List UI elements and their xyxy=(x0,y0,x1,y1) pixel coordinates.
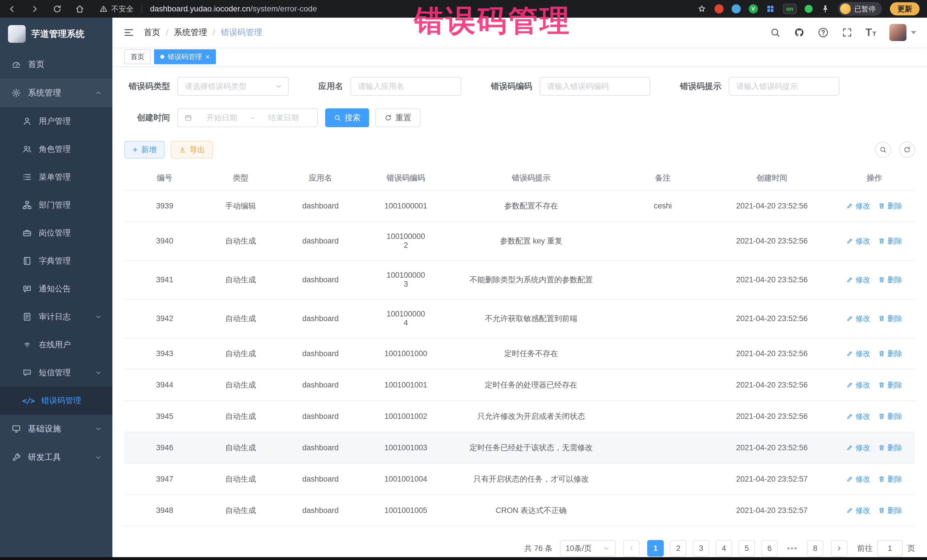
delete-link[interactable]: 删除 xyxy=(878,474,902,484)
create-time-range-picker[interactable]: 开始日期 - 结束日期 xyxy=(178,108,318,127)
sidebar-item-roles[interactable]: 角色管理 xyxy=(0,135,112,163)
edit-link[interactable]: 修改 xyxy=(846,443,870,453)
sidebar-item-notices[interactable]: 通知公告 xyxy=(0,275,112,303)
edit-link[interactable]: 修改 xyxy=(846,275,870,285)
pager-page-3[interactable]: 3 xyxy=(693,540,710,557)
sidebar-item-dev-tools[interactable]: 研发工具 xyxy=(0,443,112,472)
table-row: 3948 自动生成 dashboard 1001001005 CRON 表达式不… xyxy=(125,495,915,527)
address-bar[interactable]: dashboard.yudao.iocoder.cn/system/error-… xyxy=(150,4,317,14)
delete-link[interactable]: 删除 xyxy=(878,236,902,246)
pager-page-4[interactable]: 4 xyxy=(716,540,732,557)
security-indicator[interactable]: 不安全 xyxy=(99,4,134,14)
active-tag-dot xyxy=(160,55,164,59)
dashboard-icon xyxy=(11,59,21,69)
browser-update-button[interactable]: 更新 xyxy=(890,2,919,15)
pager-page-6[interactable]: 6 xyxy=(761,540,778,557)
pager-page-5[interactable]: 5 xyxy=(739,540,755,557)
users-icon xyxy=(22,144,32,154)
sidebar-item-sms[interactable]: 短信管理 xyxy=(0,359,112,387)
edit-link-label: 修改 xyxy=(856,380,870,390)
cell-error-code: 1001001000 xyxy=(365,339,447,369)
bookmark-star-icon[interactable] xyxy=(697,4,707,14)
next-page-button[interactable] xyxy=(831,540,847,557)
fullscreen-icon[interactable] xyxy=(842,27,853,38)
font-size-icon[interactable]: TT xyxy=(866,27,876,38)
delete-link-label: 删除 xyxy=(887,505,902,516)
help-icon[interactable] xyxy=(818,27,828,38)
pager-page-1[interactable]: 1 xyxy=(647,540,664,557)
delete-link[interactable]: 删除 xyxy=(878,411,902,422)
sidebar-item-error-code[interactable]: </> 错误码管理 xyxy=(0,387,112,414)
browser-actions: V on 已暂停 更新 xyxy=(697,2,919,16)
pager-page-8[interactable]: 8 xyxy=(807,540,824,557)
extension-on-badge[interactable]: on xyxy=(783,4,797,14)
sidebar-item-dictionary[interactable]: 字典管理 xyxy=(0,247,112,275)
sidebar-item-users[interactable]: 用户管理 xyxy=(0,107,112,135)
cell-error-code: 100100000 4 xyxy=(365,299,447,338)
sidebar-item-departments[interactable]: 部门管理 xyxy=(0,191,112,219)
pager-ellipsis[interactable]: ••• xyxy=(784,540,801,557)
sidebar-item-posts[interactable]: 岗位管理 xyxy=(0,219,112,247)
cell-id: 3942 xyxy=(125,304,205,333)
delete-link-label: 删除 xyxy=(887,474,902,484)
reset-button[interactable]: 重置 xyxy=(375,108,421,127)
breadcrumb-section[interactable]: 系统管理 xyxy=(174,27,207,38)
breadcrumb-home[interactable]: 首页 xyxy=(144,27,160,38)
page-size-select[interactable]: 10条/页 xyxy=(560,540,616,557)
extension-icon-red[interactable] xyxy=(714,4,723,14)
tag-home[interactable]: 首页 xyxy=(125,49,150,64)
search-icon[interactable] xyxy=(770,27,781,38)
delete-link[interactable]: 删除 xyxy=(878,275,902,285)
sidebar-toggle-icon[interactable] xyxy=(123,27,135,38)
delete-link[interactable]: 删除 xyxy=(878,443,902,453)
edit-link[interactable]: 修改 xyxy=(846,236,870,246)
github-icon[interactable] xyxy=(794,27,805,38)
toggle-search-button[interactable] xyxy=(875,142,891,158)
delete-link[interactable]: 删除 xyxy=(878,314,902,323)
delete-link[interactable]: 删除 xyxy=(878,349,902,359)
sidebar-item-menus[interactable]: 菜单管理 xyxy=(0,163,112,191)
chevron-down-icon xyxy=(95,313,102,320)
prev-page-button[interactable] xyxy=(623,540,640,557)
close-icon[interactable]: × xyxy=(205,53,210,61)
browser-home-icon[interactable] xyxy=(75,4,84,14)
edit-link[interactable]: 修改 xyxy=(846,201,870,211)
cell-app-name: dashboard xyxy=(276,304,365,333)
pager-page-2[interactable]: 2 xyxy=(670,540,687,557)
add-button[interactable]: + 新增 xyxy=(125,141,164,159)
delete-link[interactable]: 删除 xyxy=(878,505,902,516)
pin-icon[interactable] xyxy=(821,4,830,14)
extension-icon-green[interactable]: V xyxy=(749,4,758,14)
error-code-input[interactable] xyxy=(539,77,650,96)
delete-link-label: 删除 xyxy=(887,443,902,453)
error-hint-input[interactable] xyxy=(729,77,839,96)
delete-link[interactable]: 删除 xyxy=(878,201,902,211)
browser-profile-chip[interactable]: 已暂停 xyxy=(838,2,882,16)
edit-link[interactable]: 修改 xyxy=(846,505,870,516)
sidebar-item-online-users[interactable]: 在线用户 xyxy=(0,331,112,359)
sidebar-item-home[interactable]: 首页 xyxy=(0,50,112,79)
sidebar-item-infrastructure[interactable]: 基础设施 xyxy=(0,414,112,443)
edit-link[interactable]: 修改 xyxy=(846,314,870,323)
extension-icon-green-dot[interactable] xyxy=(805,5,813,13)
forward-icon[interactable] xyxy=(30,4,40,14)
app-name-input[interactable] xyxy=(351,77,461,96)
goto-page-input[interactable] xyxy=(877,540,903,557)
tag-error-code[interactable]: 错误码管理 × xyxy=(154,49,216,64)
sidebar-item-audit-log[interactable]: 审计日志 xyxy=(0,303,112,331)
reload-icon[interactable] xyxy=(53,4,62,14)
error-type-select[interactable]: 请选择错误码类型 xyxy=(178,77,289,96)
delete-link[interactable]: 删除 xyxy=(878,380,902,390)
sidebar-item-system[interactable]: 系统管理 xyxy=(0,79,112,107)
refresh-table-button[interactable] xyxy=(899,142,915,158)
edit-link[interactable]: 修改 xyxy=(846,474,870,484)
extension-icon-grid[interactable] xyxy=(766,4,775,14)
back-icon[interactable] xyxy=(8,4,17,14)
edit-link[interactable]: 修改 xyxy=(846,380,870,390)
edit-link[interactable]: 修改 xyxy=(846,411,870,422)
edit-link[interactable]: 修改 xyxy=(846,349,870,359)
extension-icon-blue[interactable] xyxy=(732,4,741,14)
user-menu[interactable] xyxy=(889,24,916,41)
search-button[interactable]: 搜索 xyxy=(325,108,369,127)
export-button[interactable]: 导出 xyxy=(171,141,213,159)
